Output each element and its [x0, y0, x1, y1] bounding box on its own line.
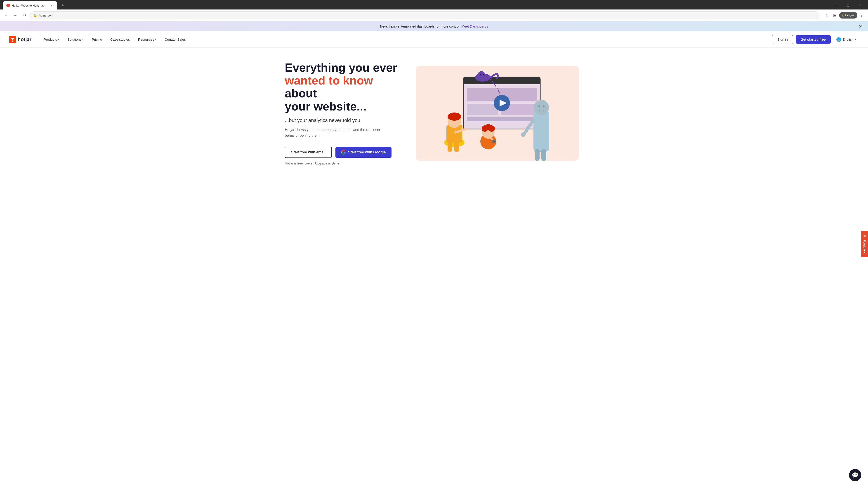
- start-free-email-button[interactable]: Start free with email: [285, 147, 332, 158]
- start-free-google-button[interactable]: Start free with Google: [336, 147, 392, 158]
- hero-subtitle: ...but your analytics never told you.: [285, 118, 402, 123]
- window-controls: — ❐ ✕: [831, 2, 865, 9]
- restore-button[interactable]: ❐: [843, 2, 853, 9]
- globe-icon: 🌐: [836, 37, 841, 42]
- nav-right: Sign in Get started free 🌐 English ▾: [772, 35, 859, 44]
- navbar: hotjar Products ▾ Solutions ▾ Pricing Ca…: [0, 31, 868, 48]
- nav-links: Products ▾ Solutions ▾ Pricing Case stud…: [40, 36, 772, 43]
- nav-case-studies-label: Case studies: [110, 37, 130, 41]
- menu-button[interactable]: ⋮: [858, 12, 865, 19]
- minimize-button[interactable]: —: [831, 2, 841, 9]
- incognito-icon: 🕵: [841, 14, 844, 17]
- incognito-badge[interactable]: 🕵 Incognito: [839, 12, 857, 19]
- incognito-label: Incognito: [845, 14, 855, 17]
- hero-illustration: [416, 66, 579, 161]
- active-tab[interactable]: Hotjar: Website Heatmaps & B... ✕: [3, 1, 57, 9]
- hero-title-highlight: wanted to know: [285, 74, 373, 87]
- announcement-banner: New: flexible, templated dashboards for …: [0, 21, 868, 31]
- nav-solutions-label: Solutions: [67, 37, 81, 41]
- svg-rect-9: [467, 117, 537, 121]
- language-label: English: [842, 37, 854, 41]
- hero-description: Hotjar shows you the numbers you need—an…: [285, 127, 402, 138]
- tab-favicon: [6, 4, 10, 7]
- address-bar[interactable]: 🔒 hotjar.com: [30, 11, 819, 20]
- chat-icon: 💬: [852, 472, 859, 478]
- feedback-tab[interactable]: ✉ Feedback: [861, 231, 868, 257]
- nav-resources[interactable]: Resources ▾: [135, 36, 160, 43]
- svg-point-1: [12, 41, 13, 42]
- svg-point-28: [538, 105, 540, 107]
- reload-button[interactable]: ↻: [21, 12, 28, 19]
- url-text: hotjar.com: [39, 13, 54, 17]
- get-started-button[interactable]: Get started free: [796, 35, 831, 43]
- hero-note: Hotjar is free forever. Upgrade anytime: [285, 162, 402, 165]
- svg-rect-33: [541, 149, 546, 161]
- svg-point-39: [483, 74, 485, 75]
- svg-point-15: [447, 112, 461, 121]
- tab-close-button[interactable]: ✕: [50, 4, 53, 7]
- hero-left: Everything you ever wanted to know about…: [285, 61, 402, 165]
- signin-button[interactable]: Sign in: [772, 35, 793, 44]
- google-g-icon: [341, 150, 346, 155]
- nav-contact-sales[interactable]: Contact Sales: [161, 36, 189, 43]
- solutions-chevron-icon: ▾: [82, 38, 84, 41]
- svg-rect-18: [454, 140, 459, 152]
- bookmark-button[interactable]: ☆: [823, 12, 830, 19]
- logo-text: hotjar: [18, 37, 31, 42]
- logo[interactable]: hotjar: [9, 36, 31, 43]
- back-button[interactable]: ←: [3, 12, 10, 19]
- logo-icon: [9, 36, 16, 43]
- nav-products[interactable]: Products ▾: [40, 36, 62, 43]
- svg-point-23: [489, 125, 495, 132]
- hero-title: Everything you ever wanted to know about…: [285, 61, 402, 113]
- svg-rect-5: [463, 80, 540, 84]
- svg-point-27: [534, 100, 549, 115]
- nav-solutions[interactable]: Solutions ▾: [64, 36, 87, 43]
- toolbar-right: ☆ ▣ 🕵 Incognito ⋮: [823, 12, 865, 19]
- page-content: New: flexible, templated dashboards for …: [0, 21, 868, 478]
- nav-resources-label: Resources: [138, 37, 154, 41]
- illustration-svg: [416, 66, 579, 161]
- nav-pricing-label: Pricing: [92, 37, 102, 41]
- products-chevron-icon: ▾: [58, 38, 59, 41]
- banner-close-button[interactable]: ✕: [857, 23, 864, 30]
- svg-rect-32: [535, 149, 539, 161]
- google-button-label: Start free with Google: [348, 150, 385, 154]
- forward-button[interactable]: →: [12, 12, 19, 19]
- svg-point-25: [492, 140, 496, 143]
- lock-icon: 🔒: [33, 13, 37, 17]
- nav-products-label: Products: [43, 37, 57, 41]
- language-selector[interactable]: 🌐 English ▾: [833, 35, 859, 44]
- svg-point-31: [521, 132, 526, 137]
- nav-contact-sales-label: Contact Sales: [164, 37, 186, 41]
- reader-mode-button[interactable]: ▣: [831, 12, 838, 19]
- svg-rect-17: [447, 140, 452, 152]
- banner-body: : flexible, templated dashboards for mor…: [387, 24, 460, 28]
- browser-chrome: Hotjar: Website Heatmaps & B... ✕ + — ❐ …: [0, 0, 868, 21]
- banner-new-label: New: [380, 24, 387, 28]
- banner-link[interactable]: Meet Dashboards: [461, 24, 488, 28]
- feedback-icon: ✉: [863, 235, 866, 238]
- close-button[interactable]: ✕: [855, 2, 865, 9]
- new-tab-button[interactable]: +: [58, 1, 68, 9]
- svg-rect-26: [533, 111, 549, 152]
- banner-text: New: flexible, templated dashboards for …: [380, 24, 488, 28]
- svg-point-38: [480, 74, 481, 75]
- hero-title-line3: your website...: [285, 100, 366, 113]
- hero-section: Everything you ever wanted to know about…: [276, 48, 592, 174]
- hero-title-about: about: [285, 87, 317, 100]
- tab-title: Hotjar: Website Heatmaps & B...: [12, 4, 48, 7]
- hero-right: [416, 66, 579, 161]
- lang-chevron-icon: ▾: [855, 38, 856, 41]
- browser-toolbar: ← → ↻ 🔒 hotjar.com ☆ ▣ 🕵 Incognito ⋮: [0, 9, 868, 21]
- svg-rect-7: [467, 104, 498, 115]
- nav-pricing[interactable]: Pricing: [89, 36, 105, 43]
- tab-bar: Hotjar: Website Heatmaps & B... ✕ + — ❐ …: [0, 0, 868, 9]
- svg-point-29: [542, 105, 545, 107]
- hero-buttons: Start free with email Start free with Go…: [285, 147, 402, 158]
- plus-icon: +: [61, 3, 64, 8]
- hero-desc-line1: Hotjar shows you the numbers you need—an…: [285, 128, 380, 132]
- nav-case-studies[interactable]: Case studies: [107, 36, 133, 43]
- hero-desc-line2: behavior behind them.: [285, 133, 320, 137]
- resources-chevron-icon: ▾: [155, 38, 156, 41]
